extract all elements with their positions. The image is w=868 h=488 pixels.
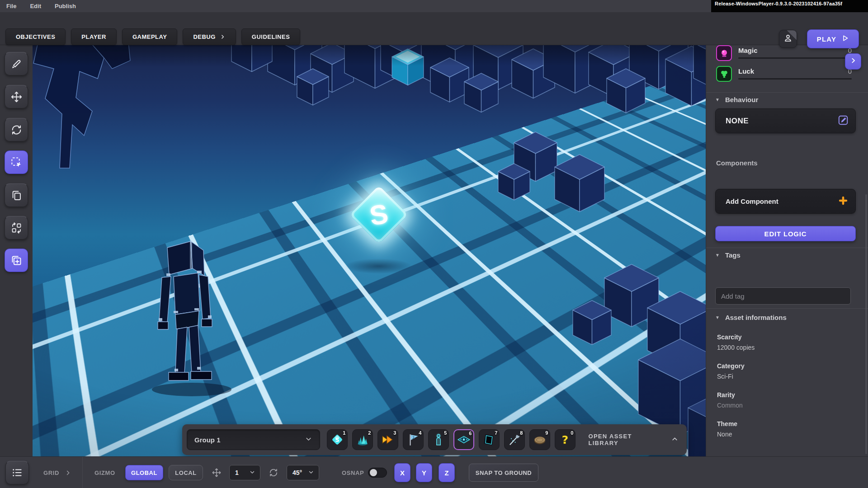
luck-progress-bar — [738, 78, 852, 80]
asset-slot-9[interactable]: 9 — [529, 429, 550, 450]
axis-z-button[interactable]: Z — [439, 463, 455, 482]
build-version-label: Release-WindowsPlayer-0.9.3.0-2023102416… — [711, 0, 868, 12]
asset-slot-2[interactable]: 2 — [352, 429, 373, 450]
osnap-label: OSNAP — [342, 457, 364, 488]
asset-slot-1[interactable]: S 1 — [327, 429, 348, 450]
stats-next-button[interactable] — [845, 53, 861, 70]
global-button[interactable]: GLOBAL — [125, 465, 163, 480]
move-tool-button[interactable] — [5, 85, 28, 108]
chevron-down-icon — [308, 469, 314, 477]
svg-text:?: ? — [562, 433, 569, 446]
osnap-toggle[interactable] — [368, 468, 387, 478]
info-rarity: Rarity Common — [717, 391, 743, 409]
asset-info-section-header[interactable]: ▼ Asset informations — [715, 314, 787, 321]
viewport-3d-scene[interactable]: S — [33, 45, 706, 456]
menu-file[interactable]: File — [6, 3, 16, 9]
play-triangle-icon — [841, 34, 849, 43]
play-button[interactable]: PLAY — [807, 29, 859, 48]
chevron-down-icon — [305, 435, 312, 445]
rotate-step-icon — [269, 468, 278, 478]
info-theme: Theme None — [717, 420, 737, 438]
asset-slot-5[interactable]: 5 — [428, 429, 449, 450]
player-character[interactable] — [152, 240, 231, 396]
voxel-blocks — [231, 45, 706, 456]
asset-slot-4[interactable]: 2 4 — [403, 429, 424, 450]
menu-edit[interactable]: Edit — [30, 3, 41, 9]
edit-logic-button[interactable]: EDIT LOGIC — [715, 226, 856, 241]
menu-publish[interactable]: Publish — [55, 3, 76, 9]
tab-debug[interactable]: DEBUG — [183, 28, 236, 45]
avatar-button[interactable] — [779, 30, 797, 48]
move-step-select[interactable]: 1 — [229, 465, 260, 480]
tab-bar: OBJECTIVES PLAYER GAMEPLAY DEBUG GUIDELI… — [0, 12, 868, 45]
caret-down-icon: ▼ — [715, 315, 720, 320]
chevron-right-icon — [220, 34, 226, 40]
duplicate-tool-button[interactable] — [5, 183, 28, 207]
chevron-up-icon — [671, 435, 679, 445]
chevron-down-icon — [249, 469, 255, 477]
grid-label: GRID — [43, 457, 59, 488]
group-select[interactable]: Group 1 — [187, 429, 320, 450]
add-tag-input[interactable] — [715, 287, 851, 305]
gem-s-letter: S — [345, 181, 413, 249]
replace-tool-button[interactable] — [5, 216, 28, 239]
open-asset-library-button[interactable]: OPEN ASSET LIBRARY — [588, 433, 679, 446]
voxel-scene-layer — [33, 45, 706, 456]
move-step-icon — [212, 468, 222, 478]
bottom-toolbar: GRID GIZMO GLOBAL LOCAL 1 45° OSNAP — [0, 456, 868, 488]
tab-gameplay[interactable]: GAMEPLAY — [122, 28, 177, 45]
game-maker-window: File Edit Publish Release-WindowsPlayer-… — [0, 0, 868, 488]
plus-icon — [838, 196, 848, 207]
person-icon — [783, 33, 793, 45]
info-category: Category Sci-Fi — [717, 362, 745, 380]
clover-icon — [716, 66, 732, 82]
layers-list-button[interactable] — [5, 461, 29, 484]
asset-slot-8[interactable]: 8 — [504, 429, 525, 450]
edit-pencil-icon[interactable] — [837, 114, 849, 128]
add-asset-tool-button[interactable] — [5, 249, 28, 272]
tab-guidelines[interactable]: GUIDELINES — [241, 28, 300, 45]
inspector-panel: Magic 0 Luck 0 — [706, 45, 868, 456]
behaviour-value-card[interactable]: NONE — [715, 108, 856, 133]
magic-progress-bar — [738, 57, 852, 59]
add-component-button[interactable]: Add Component — [715, 189, 856, 214]
gizmo-label: GIZMO — [94, 457, 115, 488]
caret-down-icon: ▼ — [715, 253, 720, 258]
axis-y-button[interactable]: Y — [416, 463, 432, 482]
asset-slot-0[interactable]: ? 0 — [555, 429, 576, 450]
magic-orb-icon — [716, 45, 732, 61]
asset-slots: S 1 2 3 2 4 5 6 — [327, 429, 576, 450]
behaviour-section-header[interactable]: ▼ Behaviour — [715, 96, 758, 103]
svg-text:S: S — [335, 436, 340, 443]
local-button[interactable]: LOCAL — [169, 465, 203, 480]
toolbar-divider — [82, 457, 83, 488]
panel-scrollbar[interactable] — [865, 194, 867, 454]
chevron-right-icon — [849, 57, 857, 66]
asset-slot-7[interactable]: 7 — [479, 429, 500, 450]
select-tool-button[interactable] — [5, 150, 28, 174]
info-scarcity: Scarcity 12000 copies — [717, 333, 755, 351]
left-tool-rail — [0, 45, 33, 456]
snap-to-ground-button[interactable]: SNAP TO GROUND — [469, 464, 538, 482]
gem-shadow — [344, 258, 412, 274]
caret-down-icon: ▼ — [715, 97, 720, 102]
axis-x-button[interactable]: X — [394, 463, 410, 482]
grid-expand-chevron[interactable] — [65, 457, 71, 488]
asset-hotbar: Group 1 S 1 2 3 2 4 5 — [182, 424, 687, 455]
stat-row-luck: Luck 0 — [716, 66, 852, 84]
paint-tool-button[interactable] — [5, 52, 28, 75]
sand-gem-pickup[interactable]: S — [349, 185, 408, 244]
rotate-tool-button[interactable] — [5, 118, 28, 141]
tab-player[interactable]: PLAYER — [71, 28, 117, 45]
tab-objectives[interactable]: OBJECTIVES — [5, 28, 66, 45]
asset-slot-6[interactable]: 6 — [453, 429, 474, 450]
components-header: Components — [716, 159, 758, 167]
svg-text:2: 2 — [412, 436, 415, 440]
rotate-step-select[interactable]: 45° — [287, 465, 319, 480]
asset-slot-3[interactable]: 3 — [377, 429, 398, 450]
tags-section-header[interactable]: ▼ Tags — [715, 251, 741, 259]
